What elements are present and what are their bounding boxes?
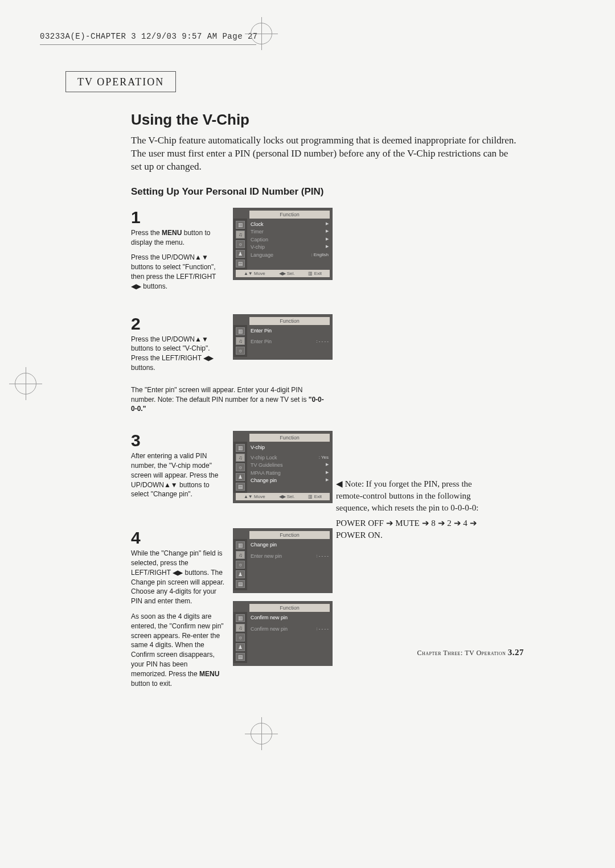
step-text: As soon as the 4 digits are entered, the… [131,612,225,688]
menu-icon: ▤ [236,580,245,588]
osd-rows: Enter Pin Enter Pin: - - - - [247,325,332,357]
osd-title: Function [249,211,330,219]
channel-icon: ☼ [236,561,245,569]
header-rule [40,44,256,45]
section-title: TV OPERATION [77,76,164,88]
sub-heading: Setting Up Your Personal ID Number (PIN) [131,186,518,198]
osd-screenshot: Function ▥ ♫ ☼ ♟ ▤ Change pin [233,528,333,593]
page-title: Using the V-Chip [131,111,518,129]
page-footer: Chapter Three: TV Operation 3.27 [417,648,524,657]
function-icon: ♟ [236,250,245,258]
picture-icon: ▥ [236,541,245,549]
osd-icon-rail: ▥ ♫ ☼ ♟ ▤ [233,539,247,590]
step-number: 4 [131,528,225,548]
step-text: After entering a valid PIN number, the "… [131,451,225,499]
osd-screenshot: Function ▥ ♫ ☼ ♟ ▤ Clock▶ Time [233,208,333,280]
osd-icon-rail: ▥ ♫ ☼ ♟ ▤ [233,219,247,270]
osd-footer: ▲▼ Move ◀▶ Sel. ▥ Exit [236,270,330,277]
osd-rows: Confirm new pin Confirm new pin: - - - - [247,612,332,663]
osd-rows: V-chip V-chip Lock: Yes TV Guidelines▶ M… [247,442,332,493]
function-icon: ♟ [236,473,245,481]
function-icon: ♟ [236,570,245,578]
channel-icon: ☼ [236,240,245,248]
osd-icon-rail: ▥ ♫ ☼ [233,325,247,357]
step-number: 1 [131,208,225,227]
sound-icon: ♫ [236,551,245,559]
function-icon: ♟ [236,643,245,651]
crop-mark-icon [261,17,262,50]
osd-title: Function [249,317,330,325]
sound-icon: ♫ [236,454,245,462]
sound-icon: ♫ [236,337,245,345]
osd-icon-rail: ▥ ♫ ☼ ♟ ▤ [233,442,247,493]
step-text: Press the UP/DOWN▲▼ buttons to select "F… [131,253,225,291]
menu-icon: ▤ [236,260,245,268]
osd-title: Function [249,434,330,442]
menu-icon: ▤ [236,483,245,491]
sound-icon: ♫ [236,231,245,238]
intro-paragraph: The V-Chip feature automatically locks o… [131,134,518,174]
step-2: 2 Press the UP/DOWN▲▼ buttons to select … [131,314,518,379]
side-note-text: ◀ Note: If you forget the PIN, press the… [336,478,495,514]
osd-title: Function [249,604,330,612]
channel-icon: ☼ [236,347,245,355]
channel-icon: ☼ [236,633,245,641]
osd-screenshot: Function ▥ ♫ ☼ Enter Pin Enter Pin: - - … [233,314,333,360]
channel-icon: ☼ [236,463,245,471]
print-header: 03233A(E)-CHAPTER 3 12/9/03 9:57 AM Page… [40,32,258,41]
osd-screenshot: Function ▥ ♫ ☼ ♟ ▤ Confirm new pin [233,601,333,666]
steps-container: 1 Press the MENU button to display the m… [131,208,518,694]
content-area: Using the V-Chip The V-Chip feature auto… [131,111,518,711]
step-4: 4 While the "Change pin" field is select… [131,528,518,694]
osd-rows: Clock▶ Timer▶ Caption▶ V-chip▶ Language:… [247,219,332,270]
manual-page: 03233A(E)-CHAPTER 3 12/9/03 9:57 AM Page… [0,0,615,868]
picture-icon: ▥ [236,221,245,229]
sound-icon: ♫ [236,624,245,632]
picture-icon: ▥ [236,327,245,335]
side-note: ◀ Note: If you forget the PIN, press the… [336,478,495,541]
step-1: 1 Press the MENU button to display the m… [131,208,518,297]
osd-rows: Change pin Enter new pin: - - - - [247,539,332,590]
picture-icon: ▥ [236,444,245,452]
menu-icon: ▤ [236,653,245,661]
step-text: Press the MENU button to display the men… [131,228,225,248]
step-number: 2 [131,314,225,334]
osd-footer: ▲▼ Move ◀▶ Sel. ▥ Exit [236,493,330,500]
step-text: While the "Change pin" field is selected… [131,549,225,606]
osd-icon-rail: ▥ ♫ ☼ ♟ ▤ [233,612,247,663]
step-number: 3 [131,431,225,450]
side-note-sequence: POWER OFF ➔ MUTE ➔ 8 ➔ 2 ➔ 4 ➔ POWER ON. [336,517,495,541]
osd-title: Function [249,531,330,539]
section-title-box: TV OPERATION [65,71,176,92]
crop-mark-icon [261,717,262,750]
step-note: The "Enter pin" screen will appear. Ente… [131,385,325,414]
osd-screenshot: Function ▥ ♫ ☼ ♟ ▤ V-chip V-ch [233,431,333,503]
crop-mark-icon [26,367,26,400]
picture-icon: ▥ [236,614,245,622]
step-text: Press the UP/DOWN▲▼ buttons to select "V… [131,335,225,373]
